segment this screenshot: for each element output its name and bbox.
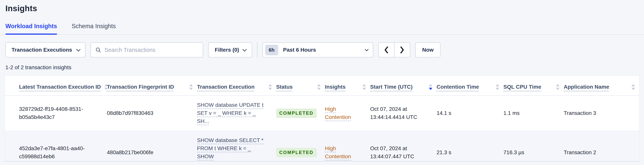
chevron-down-icon bbox=[76, 47, 81, 52]
column-header-contention-time[interactable]: Contention Time bbox=[436, 76, 504, 96]
results-summary: 1-2 of 2 transaction insights bbox=[6, 64, 644, 71]
sort-icon[interactable] bbox=[317, 84, 321, 90]
execution-type-label: Transaction Executions bbox=[12, 47, 72, 53]
column-header-insights[interactable]: Insights bbox=[325, 76, 370, 96]
toolbar: Transaction Executions Filters (0) 6h Pa… bbox=[6, 42, 639, 57]
now-button[interactable]: Now bbox=[415, 42, 440, 57]
now-label: Now bbox=[422, 47, 434, 53]
chevron-down-icon bbox=[242, 47, 247, 52]
contention-time-cell: 21.3 s bbox=[436, 131, 504, 161]
tab-schema-insights[interactable]: Schema Insights bbox=[72, 23, 116, 34]
chevron-right-icon bbox=[400, 46, 404, 54]
search-box bbox=[90, 42, 203, 57]
status-cell: COMPLETED bbox=[276, 131, 325, 161]
sort-icon[interactable] bbox=[632, 84, 635, 90]
status-cell: COMPLETED bbox=[276, 96, 325, 131]
statement-link[interactable]: SHOW database UPDATE t SET v = _ WHERE k… bbox=[197, 102, 264, 124]
column-header-latest-transaction-execution-id[interactable]: Latest Transaction Execution ID bbox=[5, 76, 107, 96]
sort-icon[interactable] bbox=[556, 84, 560, 90]
column-header-transaction-execution[interactable]: Transaction Execution bbox=[197, 76, 276, 96]
insights-tab-bar: Workload Insights Schema Insights bbox=[0, 23, 644, 35]
table-header-row: Latest Transaction Execution ID Transact… bbox=[5, 76, 639, 96]
sort-icon[interactable] bbox=[362, 84, 366, 90]
sort-icon[interactable] bbox=[268, 84, 272, 90]
time-range-picker[interactable]: 6h Past 6 Hours bbox=[262, 42, 373, 57]
time-range-label: Past 6 Hours bbox=[283, 47, 316, 53]
column-header-status[interactable]: Status bbox=[276, 76, 325, 96]
insights-table-card: Latest Transaction Execution ID Transact… bbox=[4, 76, 640, 161]
chevron-left-icon bbox=[384, 46, 389, 54]
transaction-insights-table: Latest Transaction Execution ID Transact… bbox=[5, 76, 639, 161]
execution-id-cell: 328729d2-ff19-4408-8531-b05a5b4e43c7 bbox=[5, 96, 107, 131]
search-icon bbox=[95, 47, 101, 53]
sql-cpu-time-cell: 1.1 ms bbox=[504, 96, 564, 131]
next-time-button[interactable] bbox=[394, 42, 410, 57]
page-title: Insights bbox=[6, 4, 644, 13]
table-row: 452da3e7-e7fa-4801-aa40-c59988d14eb6 480… bbox=[5, 131, 639, 161]
chevron-down-icon bbox=[365, 47, 368, 51]
time-step-buttons bbox=[378, 42, 410, 57]
sort-icon[interactable] bbox=[429, 84, 432, 90]
sort-icon[interactable] bbox=[189, 84, 193, 90]
statement-link[interactable]: SHOW database SELECT * FROM t WHERE k = … bbox=[197, 137, 264, 161]
column-header-sql-cpu-time[interactable]: SQL CPU Time bbox=[504, 76, 564, 96]
filters-button[interactable]: Filters (0) bbox=[208, 42, 252, 57]
fingerprint-id-cell: 480a8b217be006fe bbox=[107, 131, 197, 161]
insights-cell: High Contention bbox=[325, 131, 370, 161]
column-header-application-name[interactable]: Application Name bbox=[564, 76, 639, 96]
toolbar-divider bbox=[257, 42, 258, 57]
application-name-cell: Transaction 3 bbox=[564, 96, 639, 131]
column-header-transaction-fingerprint-id[interactable]: Transaction Fingerprint ID bbox=[107, 76, 197, 96]
table-row: 328729d2-ff19-4408-8531-b05a5b4e43c7 08d… bbox=[5, 96, 639, 131]
contention-time-cell: 14.1 s bbox=[436, 96, 504, 131]
high-contention-link[interactable]: High Contention bbox=[325, 145, 351, 159]
transaction-execution-cell: SHOW database UPDATE t SET v = _ WHERE k… bbox=[197, 96, 276, 131]
status-badge: COMPLETED bbox=[276, 148, 316, 157]
fingerprint-id-cell: 08d8b7d97f830463 bbox=[107, 96, 197, 131]
execution-type-dropdown[interactable]: Transaction Executions bbox=[6, 42, 86, 57]
high-contention-link[interactable]: High Contention bbox=[325, 106, 351, 120]
application-name-cell: Transaction 2 bbox=[564, 131, 639, 161]
tab-workload-insights[interactable]: Workload Insights bbox=[6, 23, 57, 34]
search-input[interactable] bbox=[104, 47, 198, 53]
previous-time-button[interactable] bbox=[378, 42, 394, 57]
execution-id-cell: 452da3e7-e7fa-4801-aa40-c59988d14eb6 bbox=[5, 131, 107, 161]
sort-icon[interactable] bbox=[496, 84, 499, 90]
insights-cell: High Contention bbox=[325, 96, 370, 131]
status-badge: COMPLETED bbox=[276, 108, 316, 118]
filters-label: Filters (0) bbox=[215, 47, 239, 53]
time-range-chip: 6h bbox=[265, 45, 278, 55]
column-header-start-time[interactable]: Start Time (UTC) bbox=[370, 76, 436, 96]
start-time-cell: Oct 07, 2024 at 13:44:14.4414 UTC bbox=[370, 96, 436, 131]
start-time-cell: Oct 07, 2024 at 13:44:07.447 UTC bbox=[370, 131, 436, 161]
sql-cpu-time-cell: 716.3 µs bbox=[504, 131, 564, 161]
transaction-execution-cell: SHOW database SELECT * FROM t WHERE k = … bbox=[197, 131, 276, 161]
